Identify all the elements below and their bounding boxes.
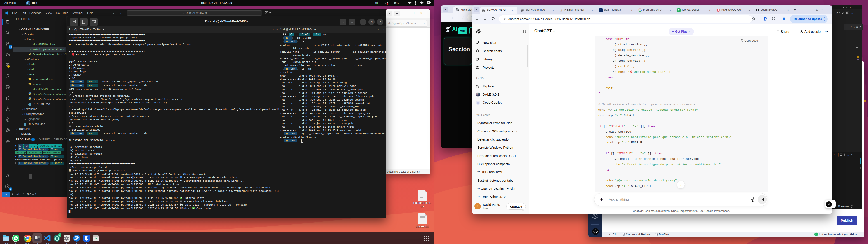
- svg-text:!: !: [8, 65, 9, 67]
- svg-text:N: N: [561, 9, 562, 11]
